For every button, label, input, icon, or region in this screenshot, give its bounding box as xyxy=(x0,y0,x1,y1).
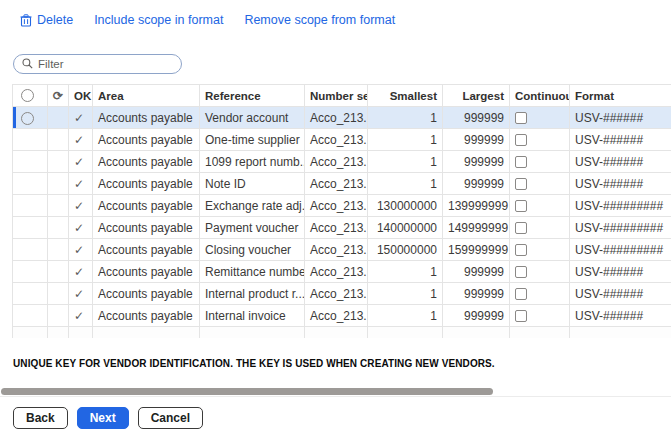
row-select-cell[interactable] xyxy=(13,217,48,239)
table-row[interactable]: ✓ Accounts payable Closing voucher Acco_… xyxy=(13,239,671,261)
row-number-sequence-cell[interactable]: Acco_213... xyxy=(305,195,368,217)
row-largest-cell[interactable]: 149999999 xyxy=(443,217,510,239)
select-all-radio[interactable] xyxy=(21,89,34,102)
row-smallest-cell[interactable]: 150000000 xyxy=(368,239,443,261)
row-ok-cell: ✓ xyxy=(69,305,93,327)
row-largest-cell[interactable]: 999999 xyxy=(443,107,510,129)
row-number-sequence-cell[interactable]: Acco_213... xyxy=(305,217,368,239)
column-header-format[interactable]: Format xyxy=(570,85,671,107)
continuous-checkbox[interactable] xyxy=(515,156,527,168)
row-continuous-cell xyxy=(510,327,570,339)
row-select-cell[interactable] xyxy=(13,261,48,283)
row-select-cell[interactable] xyxy=(13,107,48,129)
scrollbar-thumb[interactable] xyxy=(1,388,493,395)
row-smallest-cell[interactable]: 1 xyxy=(368,261,443,283)
row-ok-cell: ✓ xyxy=(69,217,93,239)
continuous-checkbox[interactable] xyxy=(515,134,527,146)
continuous-checkbox[interactable] xyxy=(515,244,527,256)
row-select-cell[interactable] xyxy=(13,151,48,173)
delete-button[interactable]: Delete xyxy=(20,13,73,27)
table-row[interactable]: ✓ Accounts payable Remittance number Acc… xyxy=(13,261,671,283)
row-largest-cell[interactable]: 139999999 xyxy=(443,195,510,217)
next-button[interactable]: Next xyxy=(77,407,129,429)
row-number-sequence-cell[interactable]: Acco_213... xyxy=(305,173,368,195)
row-largest-cell[interactable]: 159999999 xyxy=(443,239,510,261)
filter-input[interactable] xyxy=(38,58,173,70)
column-header-smallest[interactable]: Smallest xyxy=(368,85,443,107)
row-reference-cell: Exchange rate adj... xyxy=(200,195,305,217)
table-row[interactable]: ✓ Accounts payable Internal product r...… xyxy=(13,283,671,305)
row-smallest-cell[interactable]: 1 xyxy=(368,305,443,327)
row-reference-cell: 1099 report numb... xyxy=(200,151,305,173)
refresh-icon[interactable]: ⟳ xyxy=(53,89,63,103)
table-row[interactable]: ✓ Accounts payable Internal invoice Acco… xyxy=(13,305,671,327)
cancel-button[interactable]: Cancel xyxy=(138,407,203,429)
column-header-area[interactable]: Area xyxy=(93,85,200,107)
row-refresh-cell xyxy=(48,239,69,261)
column-header-continuous[interactable]: Continuous xyxy=(510,85,570,107)
continuous-checkbox[interactable] xyxy=(515,310,527,322)
row-number-sequence-cell[interactable]: Acco_213... xyxy=(305,129,368,151)
row-smallest-cell[interactable] xyxy=(368,327,443,339)
row-radio[interactable] xyxy=(21,112,34,125)
table-row[interactable]: ✓ Accounts payable Payment voucher Acco_… xyxy=(13,217,671,239)
row-ok-cell: ✓ xyxy=(69,195,93,217)
table-row[interactable]: ✓ Accounts payable Exchange rate adj... … xyxy=(13,195,671,217)
row-largest-cell[interactable]: 999999 xyxy=(443,261,510,283)
row-smallest-cell[interactable]: 1 xyxy=(368,107,443,129)
delete-button-label: Delete xyxy=(37,13,73,27)
row-select-cell[interactable] xyxy=(13,305,48,327)
row-number-sequence-cell[interactable] xyxy=(305,327,368,339)
continuous-checkbox[interactable] xyxy=(515,178,527,190)
row-select-cell[interactable] xyxy=(13,283,48,305)
row-number-sequence-cell[interactable]: Acco_213... xyxy=(305,283,368,305)
column-header-reference[interactable]: Reference xyxy=(200,85,305,107)
row-select-cell[interactable] xyxy=(13,327,48,339)
column-header-ok[interactable]: OK xyxy=(69,85,93,107)
row-number-sequence-cell[interactable]: Acco_213... xyxy=(305,239,368,261)
horizontal-scrollbar[interactable] xyxy=(0,387,671,397)
row-largest-cell[interactable] xyxy=(443,327,510,339)
row-select-cell[interactable] xyxy=(13,129,48,151)
row-largest-cell[interactable]: 999999 xyxy=(443,151,510,173)
row-number-sequence-cell[interactable]: Acco_213... xyxy=(305,305,368,327)
row-largest-cell[interactable]: 999999 xyxy=(443,173,510,195)
column-header-number-sequence[interactable]: Number se... xyxy=(305,85,368,107)
row-refresh-cell xyxy=(48,151,69,173)
row-select-cell[interactable] xyxy=(13,173,48,195)
select-all-header[interactable] xyxy=(13,85,48,107)
include-scope-button[interactable]: Include scope in format xyxy=(94,13,223,27)
row-number-sequence-cell[interactable]: Acco_213... xyxy=(305,151,368,173)
row-largest-cell[interactable]: 999999 xyxy=(443,129,510,151)
row-smallest-cell[interactable]: 1 xyxy=(368,173,443,195)
row-smallest-cell[interactable]: 1 xyxy=(368,283,443,305)
row-smallest-cell[interactable]: 1 xyxy=(368,151,443,173)
row-select-cell[interactable] xyxy=(13,195,48,217)
table-row[interactable]: ✓ Accounts payable Note ID Acco_213... 1… xyxy=(13,173,671,195)
continuous-checkbox[interactable] xyxy=(515,266,527,278)
row-largest-cell[interactable]: 999999 xyxy=(443,283,510,305)
continuous-checkbox[interactable] xyxy=(515,288,527,300)
row-largest-cell[interactable]: 999999 xyxy=(443,305,510,327)
remove-scope-button[interactable]: Remove scope from format xyxy=(244,13,395,27)
continuous-checkbox[interactable] xyxy=(515,112,527,124)
row-smallest-cell[interactable]: 1 xyxy=(368,129,443,151)
refresh-header[interactable]: ⟳ xyxy=(48,85,69,107)
table-row[interactable]: ✓ Accounts payable Vendor account Acco_2… xyxy=(13,107,671,129)
row-smallest-cell[interactable]: 130000000 xyxy=(368,195,443,217)
ok-check-icon: ✓ xyxy=(74,243,84,257)
row-reference-cell: Payment voucher xyxy=(200,217,305,239)
row-refresh-cell xyxy=(48,129,69,151)
table-row[interactable]: ✓ Accounts payable 1099 report numb... A… xyxy=(13,151,671,173)
row-area-cell: Accounts payable xyxy=(93,239,200,261)
row-format-cell: USV-###### xyxy=(570,173,671,195)
row-smallest-cell[interactable]: 140000000 xyxy=(368,217,443,239)
back-button[interactable]: Back xyxy=(13,407,68,429)
continuous-checkbox[interactable] xyxy=(515,222,527,234)
row-select-cell[interactable] xyxy=(13,239,48,261)
table-row[interactable]: ✓ Accounts payable One-time supplier Acc… xyxy=(13,129,671,151)
row-number-sequence-cell[interactable]: Acco_213... xyxy=(305,107,368,129)
continuous-checkbox[interactable] xyxy=(515,200,527,212)
row-number-sequence-cell[interactable]: Acco_213... xyxy=(305,261,368,283)
column-header-largest[interactable]: Largest xyxy=(443,85,510,107)
